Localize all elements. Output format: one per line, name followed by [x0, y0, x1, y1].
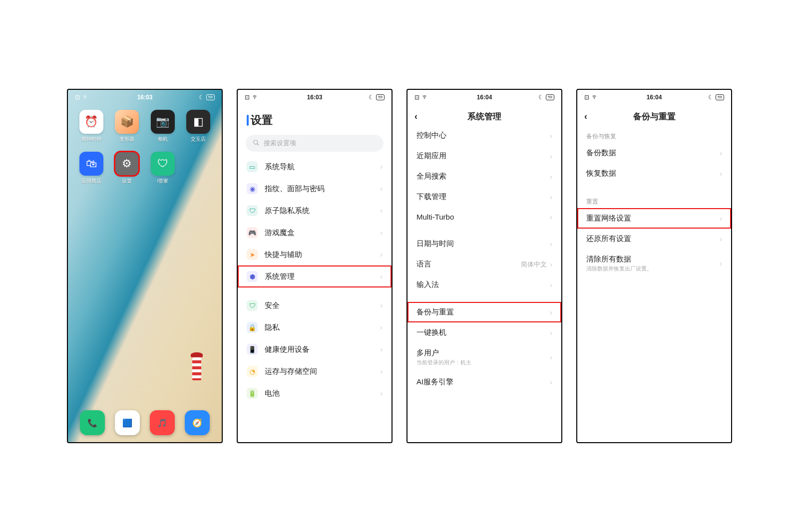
app-label: 变形器: [119, 136, 134, 143]
list-row[interactable]: 备份数据›: [577, 143, 731, 163]
status-bar: ⊡ 16:04 ☾ 59: [577, 90, 731, 105]
chevron-right-icon: ›: [720, 170, 722, 178]
list-row[interactable]: 🔒隐私›: [238, 316, 392, 338]
home-app-1[interactable]: 📦变形器: [112, 110, 141, 143]
app-label: 设置: [122, 178, 132, 185]
dock-app-3[interactable]: 🧭: [185, 410, 210, 435]
row-label: 还原所有设置: [586, 234, 720, 244]
home-app-0[interactable]: ⏰闹钟时钟: [77, 110, 106, 143]
row-subtitle: 当前登录的用户：机主: [416, 359, 550, 366]
list-row[interactable]: 还原所有设置›: [577, 229, 731, 249]
screen-settings: ⊡ 16:03 ☾ 59 设置 搜索设置项 ▭系统导航›◉指纹、面部与密码›🛡原…: [237, 89, 393, 443]
status-bar: ⊡ 16:04 ☾ 59: [407, 90, 561, 105]
list-row[interactable]: AI服务引擎›: [407, 372, 561, 392]
chevron-right-icon: ›: [550, 378, 552, 386]
separator: [407, 227, 561, 234]
row-label: 备份与重置: [416, 307, 550, 317]
row-label: 隐私: [265, 323, 380, 332]
row-icon: 📱: [247, 344, 258, 355]
home-app-2[interactable]: 📷相机: [148, 110, 177, 143]
list-row[interactable]: 全局搜索›: [407, 166, 561, 187]
status-time: 16:04: [647, 94, 662, 101]
row-label: 输入法: [416, 280, 550, 289]
back-button[interactable]: ‹: [584, 111, 587, 122]
row-value: 简体中文: [521, 260, 547, 269]
svg-point-2: [254, 140, 258, 144]
page-header: ‹ 系统管理: [407, 105, 561, 125]
chevron-right-icon: ›: [550, 152, 552, 160]
list-row[interactable]: 语言简体中文›: [407, 254, 561, 274]
dnd-icon: ☾: [538, 94, 544, 101]
list-row[interactable]: ⬢系统管理›: [238, 266, 392, 287]
row-label: Multi-Turbo: [416, 213, 550, 221]
svg-point-1: [255, 98, 255, 99]
wifi-icon: [82, 94, 88, 101]
row-label: 运存与存储空间: [265, 367, 380, 376]
row-icon: 🔒: [247, 322, 258, 333]
page-title: 设置: [238, 105, 392, 132]
list-row[interactable]: 🔋电池›: [238, 382, 392, 404]
row-label: 全局搜索: [416, 172, 550, 181]
list-row[interactable]: 下载管理›: [407, 187, 561, 207]
list-row[interactable]: 近期应用›: [407, 146, 561, 166]
list-row[interactable]: 输入法›: [407, 274, 561, 295]
settings-list: ▭系统导航›◉指纹、面部与密码›🛡原子隐私系统›🎮游戏魔盒›➤快捷与辅助›⬢系统…: [238, 156, 392, 442]
row-icon: ◉: [247, 183, 258, 194]
dock-app-2[interactable]: 🎵: [150, 410, 175, 435]
row-subtitle: 清除数据并恢复出厂设置。: [586, 265, 720, 272]
row-label: 安全: [265, 301, 380, 310]
list-row[interactable]: 一键换机›: [407, 322, 561, 343]
chevron-right-icon: ›: [380, 323, 383, 331]
list-row[interactable]: 🎮游戏魔盒›: [238, 222, 392, 244]
list-row[interactable]: 恢复数据›: [577, 163, 731, 184]
list-row[interactable]: ➤快捷与辅助›: [238, 244, 392, 266]
page-title: 备份与重置: [633, 111, 676, 122]
title-accent-bar: [247, 115, 249, 126]
row-label: 近期应用: [416, 151, 550, 161]
settings-search[interactable]: 搜索设置项: [246, 135, 384, 152]
svg-point-4: [424, 98, 425, 99]
list-row[interactable]: ◉指纹、面部与密码›: [238, 178, 392, 200]
row-label: 快捷与辅助: [265, 250, 380, 260]
list-row[interactable]: ◔运存与存储空间›: [238, 360, 392, 382]
back-button[interactable]: ‹: [414, 111, 417, 122]
list-row[interactable]: 📱健康使用设备›: [238, 338, 392, 360]
list-row[interactable]: 控制中心›: [407, 125, 561, 146]
list-row[interactable]: 多用户当前登录的用户：机主›: [407, 343, 561, 372]
sim-icon: ⊡: [584, 94, 589, 101]
chevron-right-icon: ›: [720, 235, 722, 243]
row-icon: 🛡: [247, 205, 258, 216]
wifi-icon: [252, 94, 258, 101]
home-app-4[interactable]: 🛍应用商店: [77, 152, 106, 185]
chevron-right-icon: ›: [380, 367, 383, 375]
app-label: 交互店: [191, 136, 206, 143]
row-label: 一键换机: [416, 328, 550, 337]
chevron-right-icon: ›: [550, 132, 552, 140]
home-app-5[interactable]: ⚙设置: [112, 152, 141, 185]
backup-reset-list: 备份与恢复备份数据›恢复数据›重置重置网络设置›还原所有设置›清除所有数据清除数…: [577, 125, 731, 442]
app-icon: 🛍: [79, 152, 103, 176]
list-row[interactable]: 日期与时间›: [407, 234, 561, 254]
list-row[interactable]: 备份与重置›: [407, 302, 561, 322]
row-icon: ➤: [247, 249, 258, 260]
row-label: 备份数据: [586, 148, 720, 158]
list-row[interactable]: Multi-Turbo›: [407, 207, 561, 227]
row-label: 电池: [265, 389, 380, 398]
chevron-right-icon: ›: [380, 229, 383, 237]
chevron-right-icon: ›: [550, 308, 552, 316]
dock-app-1[interactable]: 🟦: [115, 410, 140, 435]
list-row[interactable]: 清除所有数据清除数据并恢复出厂设置。›: [577, 249, 731, 278]
status-time: 16:03: [137, 94, 153, 101]
home-dock: 📞🟦🎵🧭: [75, 410, 215, 435]
status-time: 16:04: [477, 94, 492, 101]
row-label: 重置网络设置: [586, 214, 720, 223]
svg-point-5: [594, 98, 595, 99]
dock-app-0[interactable]: 📞: [80, 410, 105, 435]
list-row[interactable]: ▭系统导航›: [238, 156, 392, 178]
list-row[interactable]: 重置网络设置›: [577, 208, 731, 229]
list-row[interactable]: 🛡安全›: [238, 294, 392, 316]
home-app-6[interactable]: 🛡i管家: [148, 152, 177, 185]
row-label: 语言: [416, 260, 521, 269]
list-row[interactable]: 🛡原子隐私系统›: [238, 200, 392, 222]
home-app-3[interactable]: ◧交互店: [184, 110, 213, 143]
